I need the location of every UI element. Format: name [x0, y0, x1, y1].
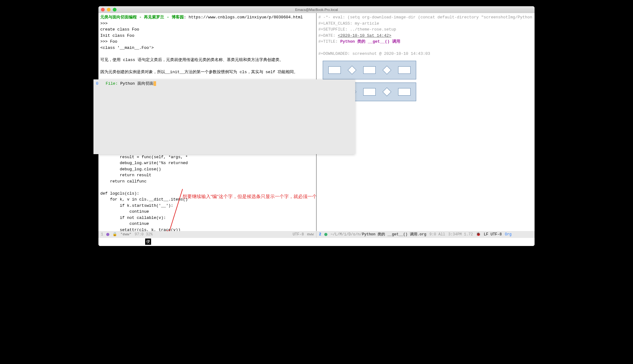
emacs-window: Emacs@MacBook-Pro.local 元类与面向切面编程 - 再见紫罗… [98, 6, 535, 246]
org-prop-eval: # -*- eval: (setq org-download-image-dir… [318, 15, 535, 20]
org-prop-latex: #+LATEX_CLASS: my-article [318, 21, 379, 26]
arrow-icon [165, 187, 184, 231]
status-dot-icon [106, 233, 109, 236]
encoding: UTF-8 [293, 231, 304, 238]
body-text-1: >>> create class Foo Init class Foo >>> … [100, 21, 298, 74]
svg-line-0 [169, 189, 183, 231]
org-title: Python 类的 __get__() 调用 [340, 39, 400, 44]
modeline-right[interactable]: 2 ~/L/M/i/D/o/n/Python 类的 __get__() 调用.o… [316, 231, 535, 238]
user-annotation: 想要继续输入"编"这个字，但是候选条只显示一个字，就必须一个一个的选，有时全部选… [183, 194, 316, 200]
page-title-link[interactable]: 元类与面向切面编程 - 再见紫罗兰 - 博客园 [100, 15, 184, 20]
zoom-icon[interactable] [113, 8, 117, 12]
org-downloaded: #+DOWNLOADED: screenshot @ 2020-10-10 14… [318, 51, 430, 56]
org-prop-title-k: #+TITLE: [318, 39, 340, 44]
titlebar[interactable]: Emacs@MacBook-Pro.local [98, 6, 535, 13]
minimize-icon[interactable] [107, 8, 111, 12]
status-dot-icon [324, 233, 327, 236]
traffic-lights [101, 8, 117, 12]
cursor-position: 97:0 32% [135, 231, 153, 238]
org-prop-date-k: #+DATE: [318, 33, 338, 38]
ime-candidate[interactable]: 便 [145, 239, 151, 245]
editor-content: 元类与面向切面编程 - 再见紫罗兰 - 博客园: https://www.cnb… [98, 13, 535, 231]
page-url: : https://www.cnblogs.com/linxiyue/p/803… [184, 15, 303, 20]
modeline: 1 🔒 *eww* 97:0 32% UTF-8 eww 2 ~/L/M/i/D… [98, 231, 535, 238]
major-mode: eww [307, 231, 314, 238]
ml-window-num: 1 [101, 231, 103, 238]
line-ending: LF UTF-8 [484, 231, 502, 238]
cursor-icon [154, 81, 156, 86]
major-mode-r: Org [505, 231, 512, 238]
lock-icon: 🔒 [112, 231, 117, 238]
modeline-left[interactable]: 1 🔒 *eww* 97:0 32% UTF-8 eww [98, 231, 316, 238]
org-prop-setup: #+SETUPFILE: ../theme-rose.setup [318, 27, 396, 32]
window-title: Emacs@MacBook-Pro.local [295, 8, 338, 12]
minibuffer[interactable]: 便 [98, 238, 535, 246]
cursor-position-r: 9:0 All [429, 231, 445, 238]
org-date: <2020-10-10 Sat 14:42> [338, 33, 391, 38]
popup-text: Python 面向切面 [120, 81, 154, 86]
clock: 3:34PM 1.72 [448, 231, 473, 238]
ml-window-num-r: 2 [319, 231, 321, 238]
completion-popup[interactable]: 0 File: Python 面向切面 [98, 79, 355, 154]
bug-icon: 🐞 [476, 231, 481, 238]
popup-label: File: [106, 81, 118, 86]
buffer-name[interactable]: *eww* [120, 231, 131, 238]
close-icon[interactable] [101, 8, 105, 12]
file-path[interactable]: ~/L/M/i/D/o/n/Python 类的 __get__() 调用.org [331, 231, 426, 238]
org-buffer[interactable]: # -*- eval: (setq org-download-image-dir… [316, 13, 535, 58]
